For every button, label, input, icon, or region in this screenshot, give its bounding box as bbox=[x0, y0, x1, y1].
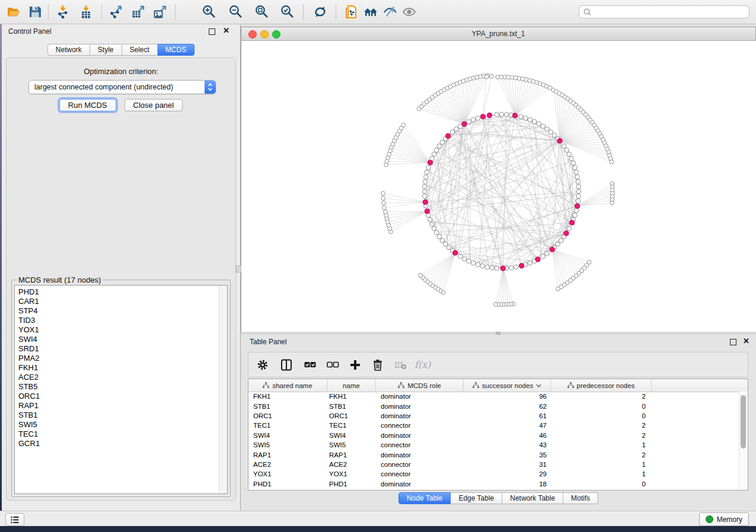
network-window-titlebar[interactable]: YPA_prune.txt_1 bbox=[241, 27, 755, 41]
import-table-icon[interactable] bbox=[78, 4, 94, 20]
table-cell: STB1 bbox=[327, 403, 376, 410]
delete-column-icon[interactable] bbox=[371, 358, 385, 372]
float-table-panel-icon[interactable] bbox=[730, 339, 736, 345]
toolbar-separator bbox=[303, 4, 304, 20]
select-all-rows-icon[interactable] bbox=[303, 358, 317, 372]
column-header-successor-nodes[interactable]: successor nodes bbox=[464, 379, 551, 392]
column-header-name[interactable]: name bbox=[327, 379, 376, 392]
table-cell: PHD1 bbox=[327, 480, 376, 488]
search-box[interactable] bbox=[579, 5, 749, 18]
zoom-selected-icon[interactable] bbox=[280, 4, 295, 20]
mcds-result-item[interactable]: TID3 bbox=[18, 316, 227, 325]
float-panel-icon[interactable] bbox=[209, 28, 215, 35]
add-column-icon[interactable] bbox=[348, 358, 362, 372]
show-details-icon[interactable] bbox=[401, 4, 417, 20]
tab-edge-table[interactable]: Edge Table bbox=[451, 492, 502, 504]
mcds-result-item[interactable]: CAR1 bbox=[18, 297, 227, 306]
mcds-result-item[interactable]: ACE2 bbox=[18, 373, 227, 382]
column-header-predecessor-nodes[interactable]: predecessor nodes bbox=[551, 379, 652, 392]
hide-details-icon[interactable] bbox=[382, 4, 398, 20]
mcds-result-item[interactable]: SWI4 bbox=[18, 335, 227, 344]
column-header-mcds-role[interactable]: MCDS role bbox=[376, 379, 464, 392]
deselect-all-rows-icon[interactable] bbox=[326, 358, 340, 372]
memory-button[interactable]: Memory bbox=[699, 512, 749, 526]
table-row[interactable]: FKH1FKH1dominator962 bbox=[248, 392, 748, 401]
task-history-button[interactable] bbox=[5, 513, 24, 526]
tab-style[interactable]: Style bbox=[90, 44, 122, 56]
mcds-list-scrollbar[interactable] bbox=[219, 286, 227, 493]
network-document-icon[interactable] bbox=[343, 4, 359, 20]
table-scrollbar[interactable] bbox=[739, 392, 748, 490]
mcds-result-item[interactable]: PMA2 bbox=[18, 354, 227, 363]
delete-table-icon[interactable] bbox=[393, 358, 407, 372]
mcds-result-item[interactable]: ORC1 bbox=[18, 392, 227, 401]
table-row[interactable]: SWI5SWI5connector431 bbox=[248, 440, 748, 450]
table-row[interactable]: TEC1TEC1connector472 bbox=[248, 421, 748, 430]
close-panel-button[interactable]: Close panel bbox=[125, 99, 183, 111]
mcds-result-item[interactable]: FKH1 bbox=[18, 363, 227, 373]
mcds-result-item[interactable]: PHD1 bbox=[18, 287, 227, 297]
mcds-result-item[interactable]: TEC1 bbox=[18, 430, 227, 439]
column-header-shared-name[interactable]: shared name bbox=[248, 379, 327, 392]
table-row[interactable]: RAP1RAP1dominator352 bbox=[248, 450, 748, 459]
vertical-splitter-grip[interactable] bbox=[236, 265, 241, 273]
table-row[interactable]: SWI4SWI4dominator462 bbox=[248, 431, 748, 440]
mcds-result-item[interactable]: RAP1 bbox=[18, 401, 227, 411]
refresh-icon[interactable] bbox=[312, 4, 328, 20]
mcds-result-item[interactable]: SRD1 bbox=[18, 344, 227, 354]
mcds-buttons: Run MCDS Close panel bbox=[7, 99, 235, 111]
table-row[interactable]: PHD1PHD1dominator180 bbox=[248, 479, 748, 489]
mcds-result-item[interactable]: GCR1 bbox=[18, 439, 227, 448]
mcds-result-item[interactable]: STP4 bbox=[18, 306, 227, 316]
attribute-icon bbox=[398, 382, 404, 389]
table-cell: dominator bbox=[376, 412, 464, 419]
toolbar-separator bbox=[48, 4, 49, 20]
network-graph[interactable] bbox=[241, 41, 756, 332]
zoom-fit-icon[interactable] bbox=[254, 4, 270, 20]
table-cell: 35 bbox=[464, 451, 551, 459]
import-network-icon[interactable] bbox=[55, 4, 71, 20]
table-cell: connector bbox=[376, 461, 464, 468]
table-panel-header: Table Panel ✕ bbox=[241, 335, 756, 348]
table-header-row: shared name name MCDS role successor nod… bbox=[248, 379, 748, 392]
tab-mcds[interactable]: MCDS bbox=[158, 44, 194, 56]
mcds-result-item[interactable]: STB1 bbox=[18, 411, 227, 420]
save-session-icon[interactable] bbox=[27, 4, 43, 20]
column-label: name bbox=[343, 382, 360, 389]
export-table-icon[interactable] bbox=[130, 4, 146, 20]
table-scrollbar-thumb[interactable] bbox=[741, 395, 746, 448]
tab-node-table[interactable]: Node Table bbox=[398, 492, 451, 504]
open-file-icon[interactable] bbox=[6, 4, 21, 20]
run-mcds-button[interactable]: Run MCDS bbox=[59, 99, 116, 111]
close-panel-icon[interactable]: ✕ bbox=[223, 26, 229, 35]
column-visibility-icon[interactable] bbox=[279, 358, 294, 372]
optimization-criterion-dropdown[interactable]: largest connected component (undirected) bbox=[28, 80, 216, 94]
table-settings-icon[interactable] bbox=[256, 358, 270, 372]
table-cell: STB1 bbox=[248, 403, 327, 410]
function-builder-icon: f(x) bbox=[414, 359, 430, 370]
table-cell: 1 bbox=[551, 470, 652, 477]
search-input[interactable] bbox=[592, 7, 749, 17]
mcds-result-item[interactable]: STB5 bbox=[18, 382, 227, 392]
table-row[interactable]: ACE2ACE2connector311 bbox=[248, 460, 748, 469]
table-cell: ORC1 bbox=[327, 412, 376, 419]
tab-motifs[interactable]: Motifs bbox=[563, 492, 598, 504]
table-row[interactable]: YOX1YOX1connector291 bbox=[248, 469, 748, 479]
mcds-result-item[interactable]: SWI5 bbox=[18, 420, 227, 430]
mcds-result-list[interactable]: PHD1CAR1STP4TID3YOX1SWI4SRD1PMA2FKH1ACE2… bbox=[14, 285, 228, 494]
table-cell: RAP1 bbox=[327, 451, 376, 459]
export-network-icon[interactable] bbox=[109, 4, 124, 20]
export-image-icon[interactable] bbox=[152, 4, 168, 20]
zoom-out-icon[interactable] bbox=[228, 4, 244, 20]
mcds-result-item[interactable]: YOX1 bbox=[18, 325, 227, 335]
table-cell: connector bbox=[376, 441, 464, 448]
table-toolbar: f(x) bbox=[248, 352, 748, 377]
tab-select[interactable]: Select bbox=[122, 44, 158, 56]
table-row[interactable]: ORC1ORC1dominator610 bbox=[248, 411, 748, 421]
table-row[interactable]: STB1STB1dominator620 bbox=[248, 401, 748, 411]
zoom-in-icon[interactable] bbox=[202, 4, 217, 20]
tab-network-table[interactable]: Network Table bbox=[502, 492, 563, 504]
houses-icon[interactable] bbox=[363, 4, 378, 20]
tab-network[interactable]: Network bbox=[47, 44, 90, 56]
close-table-panel-icon[interactable]: ✕ bbox=[743, 336, 749, 345]
